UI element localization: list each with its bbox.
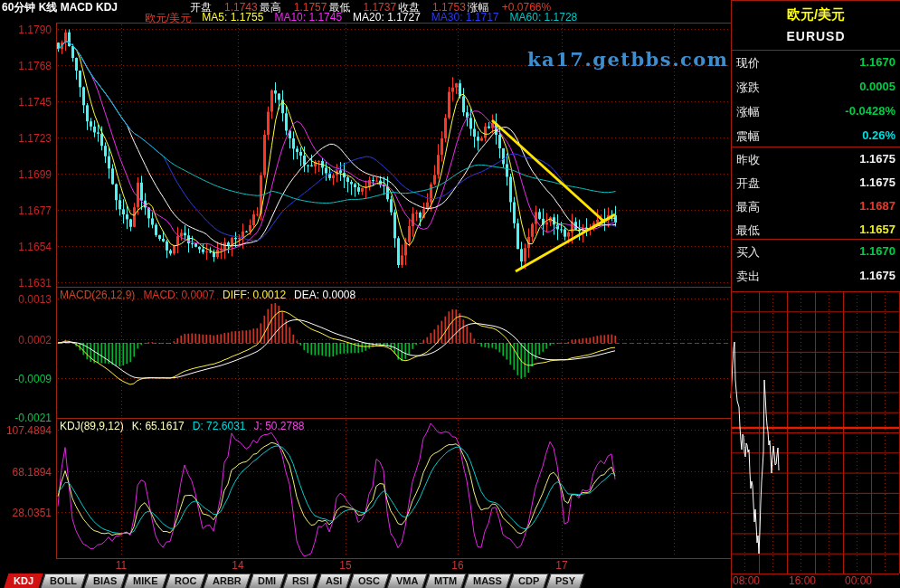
ma-value: MA60: 1.1728 [510, 11, 578, 26]
kdj-y-tick-label: 68.1894 [0, 466, 52, 479]
dea-value: DEA: 0.0008 [294, 289, 355, 301]
macd-y-tick-label: -0.0009 [0, 373, 52, 385]
date-tick-label: 17 [546, 559, 577, 572]
tab-mass[interactable]: MASS [464, 574, 512, 588]
panel-row-value: -0.0428% [845, 104, 895, 122]
d-value: D: 72.6031 [193, 420, 246, 432]
tab-label: MTM [434, 574, 457, 587]
date-tick-label: 14 [223, 559, 253, 572]
panel-row-label: 卖出 [736, 269, 760, 287]
main-y-tick-label: 1.1631 [0, 277, 52, 289]
panel-row-label: 震幅 [736, 128, 760, 147]
ma-indicator-row: 欧元/美元 MA5: 1.1755MA10: 1.1745MA20: 1.172… [145, 11, 577, 26]
panel-separator [732, 239, 900, 240]
panel-row: 开盘1.1675 [736, 175, 895, 194]
date-tick-label: 15 [330, 559, 361, 572]
tab-mike[interactable]: MIKE [124, 574, 168, 588]
panel-row-label: 买入 [736, 244, 760, 262]
panel-row: 买入1.1670 [736, 244, 895, 262]
tab-label: CDP [518, 574, 539, 587]
tab-asi[interactable]: ASI [316, 574, 352, 588]
panel-row-value: 1.1675 [859, 269, 895, 287]
macd-y-tick-label: 0.0002 [0, 334, 52, 346]
panel-row-value: 1.1670 [859, 244, 895, 262]
panel-row-label: 涨幅 [736, 104, 760, 122]
tab-arbr[interactable]: ARBR [204, 574, 251, 588]
panel-row-value: 0.0005 [859, 80, 895, 98]
panel-row-label: 最低 [736, 223, 760, 241]
tab-bias[interactable]: BIAS [83, 574, 126, 588]
panel-row-value: 1.1687 [859, 199, 895, 217]
tab-label: MASS [473, 574, 502, 587]
tab-cdp[interactable]: CDP [508, 574, 548, 588]
macd-params: MACD(26,12,9) [60, 289, 135, 301]
tab-mtm[interactable]: MTM [425, 574, 467, 588]
panel-row-label: 最高 [736, 199, 760, 217]
watermark: ka17.getbbs.com [527, 48, 728, 71]
macd-value: MACD: 0.0007 [143, 289, 214, 301]
main-y-tick-label: 1.1654 [0, 241, 52, 253]
panel-symbol-code: EURUSD [732, 29, 900, 43]
tab-label: BIAS [93, 574, 117, 587]
tab-label: ROC [175, 574, 196, 587]
panel-separator [732, 147, 900, 147]
quote-panel: 欧元/美元 EURUSD 现价1.1670涨跌0.0005涨幅-0.0428%震… [731, 0, 900, 588]
tab-label: MIKE [133, 574, 158, 587]
ma-value: MA10: 1.1745 [274, 11, 342, 26]
main-y-tick-label: 1.1745 [0, 96, 52, 109]
panel-row: 最低1.1657 [736, 223, 895, 241]
panel-row-value: 0.26% [862, 128, 895, 147]
main-y-tick-label: 1.1723 [0, 132, 52, 145]
ma-value: MA5: 1.1755 [202, 11, 263, 26]
date-tick-label: 16 [442, 559, 473, 572]
tab-label: ASI [326, 574, 342, 587]
main-y-tick-label: 1.1699 [0, 168, 52, 181]
kdj-y-tick-label: 107.4894 [0, 424, 52, 437]
kdj-y-tick-label: 28.0351 [0, 507, 52, 519]
tab-dmi[interactable]: DMI [248, 574, 285, 588]
panel-row-label: 开盘 [736, 175, 760, 194]
main-y-tick-label: 1.1790 [0, 24, 52, 36]
tab-label: PSY [555, 574, 575, 587]
date-tick-label: 11 [106, 559, 137, 572]
panel-row: 震幅0.26% [736, 128, 895, 147]
j-value: J: 50.2788 [253, 420, 304, 432]
panel-row-label: 现价 [736, 55, 760, 73]
panel-row-label: 涨跌 [736, 80, 760, 98]
indicator-tab-bar: KDJBOLLBIASMIKEROCARBRDMIRSIASIOSCVMAMTM… [0, 573, 739, 588]
tab-label: VMA [396, 574, 418, 587]
tab-osc[interactable]: OSC [348, 574, 389, 588]
main-y-tick-label: 1.1677 [0, 204, 52, 217]
tab-label: DMI [258, 574, 276, 587]
panel-row-value: 1.1675 [859, 175, 895, 194]
trading-terminal: 60分钟 K线 MACD KDJ 开盘1.1743最高1.1757最低1.173… [0, 0, 900, 588]
panel-row: 昨收1.1675 [736, 152, 895, 170]
panel-row-label: 昨收 [736, 152, 760, 170]
panel-row-value: 1.1675 [859, 152, 895, 170]
panel-row: 现价1.1670 [736, 55, 895, 73]
tab-label: RSI [292, 574, 308, 587]
panel-row: 最高1.1687 [736, 199, 895, 217]
tab-psy[interactable]: PSY [546, 574, 585, 588]
tab-label: KDJ [14, 574, 33, 587]
macd-header: MACD(26,12,9) MACD: 0.0007 DIFF: 0.0012 … [60, 289, 355, 301]
macd-y-tick-label: 0.0013 [0, 293, 52, 306]
tab-rsi[interactable]: RSI [283, 574, 319, 588]
panel-row: 涨幅-0.0428% [736, 104, 895, 122]
tab-label: OSC [358, 574, 380, 587]
kdj-params: KDJ(89,9,12) [60, 420, 124, 432]
symbol-label: 欧元/美元 [145, 11, 191, 26]
panel-row-value: 1.1657 [859, 223, 895, 241]
tab-kdj[interactable]: KDJ [4, 574, 43, 588]
ma-value: MA20: 1.1727 [353, 11, 421, 26]
tab-boll[interactable]: BOLL [40, 574, 86, 588]
panel-separator [732, 50, 900, 51]
panel-row: 卖出1.1675 [736, 269, 895, 287]
macd-y-tick-label: -0.0021 [0, 412, 52, 424]
tab-roc[interactable]: ROC [165, 574, 206, 588]
ma-value: MA30: 1.1717 [431, 11, 499, 26]
main-y-tick-label: 1.1768 [0, 60, 52, 72]
tab-label: ARBR [213, 574, 242, 587]
tab-vma[interactable]: VMA [386, 574, 428, 588]
k-value: K: 65.1617 [132, 420, 185, 432]
